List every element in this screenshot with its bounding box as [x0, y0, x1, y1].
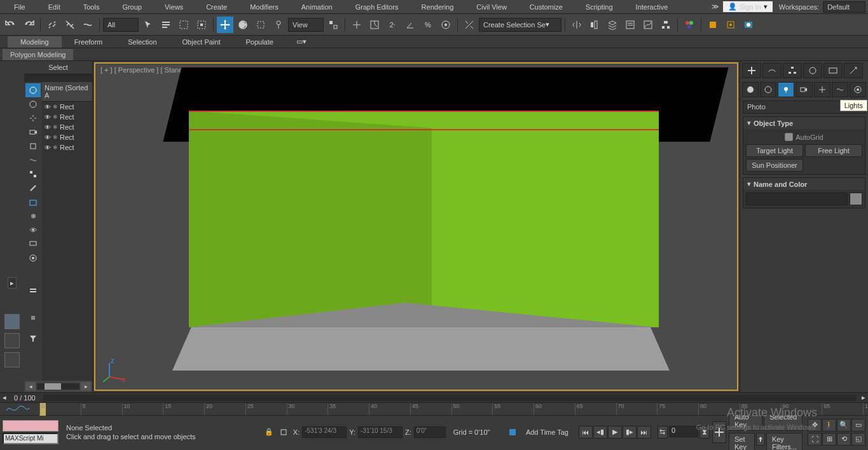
rect-select-button[interactable] [176, 17, 192, 33]
select-place-button[interactable] [270, 17, 287, 33]
list-item[interactable]: 👁❄Rect [42, 132, 92, 142]
layers-button[interactable] [604, 17, 621, 33]
time-slider-track[interactable] [43, 395, 857, 401]
tab-modeling[interactable]: Modeling [8, 36, 62, 48]
sun-positioner-button[interactable]: Sun Positioner [746, 159, 803, 172]
menu-customize[interactable]: Customize [518, 1, 574, 13]
scroll-right-button[interactable]: ▸ [81, 382, 91, 391]
shapes-filter-icon[interactable] [25, 97, 41, 111]
expand-panel-button[interactable]: ▸ [8, 277, 17, 289]
list-view-icon[interactable] [25, 284, 41, 298]
menu-more-icon[interactable]: ≫ [708, 3, 723, 11]
set-key-button[interactable]: Set Key [729, 433, 755, 450]
play-button[interactable]: ▶ [608, 426, 622, 439]
helpers-filter-icon[interactable] [25, 139, 41, 153]
maxscript-input[interactable] [3, 433, 59, 444]
next-frame-button[interactable]: ▮▸ [623, 426, 637, 439]
key-mode-icon[interactable]: ⇆ [658, 426, 668, 439]
list-item[interactable]: 👁❄Rect [42, 102, 92, 112]
tab-selection[interactable]: Selection [115, 36, 169, 48]
menu-modifiers[interactable]: Modifiers [238, 1, 290, 13]
zoom-button[interactable]: 🔍 [837, 419, 851, 432]
list-item[interactable]: 👁❄Rect [42, 112, 92, 122]
list-scrollbar[interactable]: ◂ ▸ [24, 381, 92, 392]
freeze-icon[interactable]: ❄ [53, 124, 58, 130]
isolate-selection-icon[interactable] [277, 424, 289, 440]
color-swatch-3[interactable] [4, 352, 20, 367]
display-none-icon[interactable] [25, 311, 41, 325]
motion-tab[interactable] [803, 63, 822, 78]
tab-object-paint[interactable]: Object Paint [170, 36, 233, 48]
edit-named-sel-button[interactable] [461, 17, 478, 33]
named-sel-dropdown[interactable]: Create Selection Se▾ [479, 18, 561, 32]
eye-icon[interactable]: 👁 [45, 144, 51, 151]
time-config-button[interactable]: ⧗ [699, 426, 710, 439]
x-coord-input[interactable]: -531'3 24/3 [302, 426, 347, 438]
selection-filter-dropdown[interactable]: All [103, 18, 139, 32]
time-next-button[interactable]: ▸ [859, 393, 868, 402]
menu-graph-editors[interactable]: Graph Editors [344, 1, 410, 13]
menu-animation[interactable]: Animation [290, 1, 344, 13]
lights-type-icon[interactable] [778, 82, 794, 97]
bind-spacewarp-button[interactable] [79, 17, 96, 33]
keyboard-shortcut-button[interactable] [366, 17, 383, 33]
key-filters-button[interactable]: Key Filters... [766, 433, 803, 450]
container-filter-icon[interactable] [25, 195, 41, 209]
material-editor-button[interactable] [681, 17, 698, 33]
menu-file[interactable]: File [3, 1, 37, 13]
lock-selection-icon[interactable]: 🔒 [263, 424, 275, 440]
freeze-icon[interactable]: ❄ [53, 134, 58, 140]
scroll-left-button[interactable]: ◂ [25, 382, 36, 391]
refcoord-dropdown[interactable]: View [288, 18, 324, 32]
autogrid-checkbox[interactable]: AutoGrid [746, 132, 862, 142]
menu-group[interactable]: Group [111, 1, 153, 13]
polygon-modeling-button[interactable]: Polygon Modeling [3, 49, 73, 60]
select-scale-button[interactable] [252, 17, 269, 33]
pivot-button[interactable] [325, 17, 341, 33]
pan-view-button[interactable]: ✥ [808, 419, 822, 432]
set-key-big-button[interactable] [712, 421, 726, 443]
unlink-button[interactable] [62, 17, 78, 33]
select-object-button[interactable] [140, 17, 156, 33]
menu-create[interactable]: Create [195, 1, 238, 13]
light-category-dropdown[interactable]: Photo▾ Lights [743, 100, 865, 114]
schematic-view-button[interactable] [658, 17, 674, 33]
list-item[interactable]: 👁❄Rect [42, 142, 92, 153]
link-button[interactable] [44, 17, 60, 33]
systems-type-icon[interactable] [850, 82, 866, 97]
workspaces-dropdown[interactable]: Default [823, 1, 865, 13]
mirror-button[interactable] [568, 17, 585, 33]
perspective-viewport[interactable]: [ + ] [ Perspective ] [ Standard ] [ Def… [94, 62, 738, 391]
key-filters-icon[interactable] [756, 433, 765, 446]
tab-freeform[interactable]: Freeform [62, 36, 116, 48]
scroll-thumb[interactable] [45, 383, 61, 390]
create-tab[interactable] [742, 63, 761, 78]
redo-button[interactable] [20, 17, 37, 33]
cameras-type-icon[interactable] [796, 82, 812, 97]
time-prev-button[interactable]: ◂ [0, 393, 9, 402]
align-button[interactable] [586, 17, 603, 33]
frozen-filter-icon[interactable]: ❄ [25, 209, 41, 223]
cameras-filter-icon[interactable] [25, 125, 41, 139]
color-swatch-2[interactable] [4, 333, 20, 348]
hidden-filter-icon[interactable]: 👁 [25, 223, 41, 237]
zoom-extents-button[interactable]: ⛶ [808, 433, 822, 446]
object-name-input[interactable] [746, 193, 848, 205]
curve-editor-button[interactable] [640, 17, 656, 33]
render-setup-button[interactable] [705, 17, 721, 33]
render-frame-button[interactable] [722, 17, 739, 33]
walk-through-button[interactable]: 🚶 [822, 419, 836, 432]
spacewarp-type-icon[interactable] [832, 82, 848, 97]
freeze-icon[interactable]: ❄ [53, 104, 58, 110]
zoom-all-button[interactable]: ⊞ [822, 433, 836, 446]
list-item[interactable]: 👁❄Rect [42, 122, 92, 132]
eye-icon[interactable]: 👁 [45, 124, 51, 131]
modify-tab[interactable] [762, 63, 782, 78]
spacewarp-filter-icon[interactable] [25, 153, 41, 167]
misc-filter-icon[interactable] [25, 251, 41, 265]
menu-rendering[interactable]: Rendering [410, 1, 465, 13]
menu-interactive[interactable]: Interactive [624, 1, 680, 13]
select-by-name-button[interactable] [158, 17, 174, 33]
list-header[interactable]: Name (Sorted A [42, 82, 92, 102]
menu-scripting[interactable]: Scripting [574, 1, 624, 13]
